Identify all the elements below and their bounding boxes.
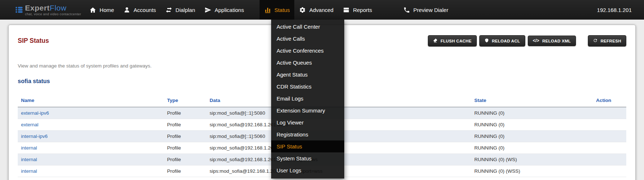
nav-item-dialplan[interactable]: Dialplan — [161, 0, 200, 20]
status-dropdown-menu: Active Call Center Active Calls Active C… — [271, 20, 344, 179]
column-header-state: State — [471, 95, 593, 107]
cell-action — [593, 131, 626, 142]
button-label: REFRESH — [601, 39, 621, 43]
cell-action — [593, 154, 626, 165]
cell-action — [593, 107, 626, 119]
nav-item-preview-dialer[interactable]: Preview Dialer — [399, 0, 453, 20]
cell-type: Profile — [164, 142, 206, 154]
person-icon — [123, 7, 130, 13]
nav-item-reports[interactable]: Reports — [338, 0, 377, 20]
profile-link[interactable]: internal — [21, 168, 37, 174]
menu-item-log-viewer[interactable]: Log Viewer — [271, 116, 344, 128]
cell-name: internal-ipv6 — [18, 131, 164, 142]
profile-link[interactable]: internal — [21, 145, 37, 151]
profile-link[interactable]: external-ipv6 — [21, 110, 49, 116]
nav-label-status: Status — [274, 7, 290, 13]
menu-item-active-calls[interactable]: Active Calls — [271, 33, 344, 45]
logo-expert: Expert — [25, 4, 50, 12]
column-header-type: Type — [164, 95, 206, 107]
home-icon — [89, 7, 96, 13]
column-header-name: Name — [18, 95, 164, 107]
menu-item-active-queues[interactable]: Active Queues — [271, 57, 344, 69]
nav-label-reports: Reports — [353, 7, 372, 13]
nav-label-accounts: Accounts — [134, 7, 156, 13]
nav-item-applications[interactable]: Applications — [200, 0, 249, 20]
cell-state: RUNNING (0) — [471, 142, 593, 154]
swap-arrows-icon — [165, 7, 172, 13]
logo-flow: Flow — [50, 4, 66, 12]
cell-name: internal — [18, 154, 164, 165]
menu-item-user-logs[interactable]: User Logs — [271, 164, 344, 176]
cell-state: RUNNING (0) — [471, 131, 593, 142]
gear-icon — [299, 7, 306, 13]
paper-plane-icon — [205, 7, 211, 13]
cell-name: internal — [18, 165, 164, 177]
profile-link[interactable]: external — [21, 122, 38, 127]
brand-logo[interactable]: ExpertFlow chat, voice and video contact… — [15, 4, 81, 16]
reload-xml-button[interactable]: </> RELOAD XML — [528, 36, 576, 46]
flush-cache-button[interactable]: FLUSH CACHE — [428, 35, 477, 46]
column-header-action: Action — [593, 95, 626, 107]
nav-label-home: Home — [100, 7, 114, 13]
menu-item-extension-summary[interactable]: Extension Summary — [271, 105, 344, 116]
navbar: ExpertFlow chat, voice and video contact… — [0, 0, 644, 20]
logo-text: ExpertFlow chat, voice and video contact… — [25, 4, 81, 16]
cell-action — [593, 119, 626, 131]
nav-item-accounts[interactable]: Accounts — [119, 0, 161, 20]
archive-icon — [343, 7, 350, 13]
button-label: RELOAD ACL — [492, 39, 520, 43]
cell-state: RUNNING (0) — [471, 107, 593, 119]
cell-type: Profile — [164, 107, 206, 119]
menu-item-system-status[interactable]: System Status — [271, 152, 344, 164]
eraser-icon — [433, 38, 438, 44]
refresh-button[interactable]: REFRESH — [588, 35, 626, 46]
button-label: FLUSH CACHE — [441, 39, 472, 43]
cell-state: RUNNING (0) (WS) — [471, 154, 593, 165]
menu-item-email-logs[interactable]: Email Logs — [271, 93, 344, 105]
nav-label-dialplan: Dialplan — [176, 7, 195, 13]
cell-state: RUNNING (0) (WSS) — [471, 165, 593, 177]
code-icon: </> — [533, 38, 539, 43]
logo-tagline: chat, voice and video contactcenter — [25, 12, 81, 16]
expertflow-dots-icon — [15, 6, 23, 14]
cell-action — [593, 165, 626, 177]
action-buttons: FLUSH CACHE RELOAD ACL </> RELOAD XML RE… — [428, 35, 626, 46]
refresh-icon — [593, 38, 598, 44]
menu-item-cdr-statistics[interactable]: CDR Statistics — [271, 81, 344, 93]
nav-label-applications: Applications — [215, 7, 244, 13]
profile-link[interactable]: internal-ipv6 — [21, 134, 48, 139]
cell-name: external — [18, 119, 164, 131]
nav-item-status[interactable]: Status Active Call Center Active Calls A… — [260, 0, 295, 20]
page-title: SIP Status — [18, 37, 49, 45]
cell-state: RUNNING (0) — [471, 119, 593, 131]
menu-item-sip-status[interactable]: SIP Status — [271, 140, 344, 152]
menu-item-agent-status[interactable]: Agent Status — [271, 69, 344, 81]
cell-type: Profile — [164, 131, 206, 142]
logo-wordmark: ExpertFlow — [25, 4, 81, 12]
menu-item-registrations[interactable]: Registrations — [271, 128, 344, 140]
nav-item-home[interactable]: Home — [85, 0, 119, 20]
cell-name: external-ipv6 — [18, 107, 164, 119]
reload-acl-button[interactable]: RELOAD ACL — [479, 35, 525, 46]
server-ip: 192.168.1.201 — [597, 0, 632, 20]
menu-item-active-conferences[interactable]: Active Conferences — [271, 45, 344, 57]
profile-link[interactable]: internal — [21, 157, 37, 162]
nav-label-advanced: Advanced — [309, 7, 333, 13]
cell-type: Profile — [164, 154, 206, 165]
cell-action — [593, 142, 626, 154]
cell-type: Profile — [164, 119, 206, 131]
cell-type: Profile — [164, 165, 206, 177]
nav-label-preview-dialer: Preview Dialer — [413, 7, 449, 13]
button-label: RELOAD XML — [542, 39, 571, 43]
phone-icon — [403, 7, 410, 13]
nav-item-advanced[interactable]: Advanced — [294, 0, 338, 20]
main-nav: Home Accounts Dialplan Applications Stat… — [85, 0, 453, 20]
cell-name: internal — [18, 142, 164, 154]
shield-icon — [484, 38, 489, 44]
menu-item-active-call-center[interactable]: Active Call Center — [271, 21, 344, 33]
bar-chart-icon — [264, 7, 271, 13]
